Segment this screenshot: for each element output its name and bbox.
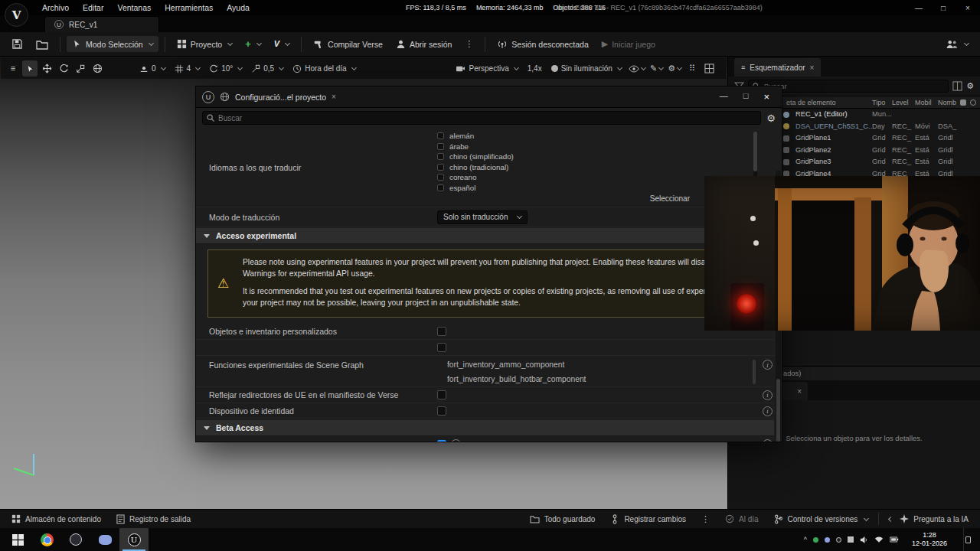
scene-graph-function-item[interactable]: fort_inventory_build_hotbar_component xyxy=(437,372,774,387)
tray-discord-icon[interactable] xyxy=(825,537,830,543)
project-dropdown[interactable]: Proyecto xyxy=(172,36,237,52)
camera-speed-button[interactable]: 1,4x xyxy=(524,64,546,73)
collaborators-dropdown[interactable] xyxy=(940,36,974,52)
tab-esquematizador[interactable]: ≡ Esquematizador × xyxy=(734,58,821,77)
column-item-label[interactable]: eta de elemento xyxy=(786,99,836,106)
tray-expand-icon[interactable]: ^ xyxy=(804,536,807,543)
checkbox[interactable] xyxy=(437,153,444,160)
viewport-options-icon[interactable]: ≡ xyxy=(5,60,21,77)
list-item[interactable]: chino (tradicional) xyxy=(437,162,757,173)
landscape-tools-dropdown[interactable]: ✎ xyxy=(648,60,665,77)
minimize-button[interactable]: — xyxy=(906,0,931,15)
dialog-titlebar[interactable]: U Configuració...el proyecto × — □ × xyxy=(196,86,782,108)
info-icon[interactable]: i xyxy=(763,390,773,400)
session-status-indicator[interactable]: Sesión desconectada xyxy=(492,36,593,52)
tray-app-icon[interactable] xyxy=(848,536,854,543)
battery-icon[interactable] xyxy=(890,536,899,543)
tray-obs-icon[interactable] xyxy=(836,537,841,543)
checkbox[interactable] xyxy=(437,390,446,399)
checkbox[interactable] xyxy=(437,343,446,352)
checkbox-checked[interactable]: ✓ xyxy=(437,440,446,442)
settings-search[interactable] xyxy=(202,111,761,125)
move-tool-icon[interactable] xyxy=(39,60,54,77)
version-control-dropdown[interactable]: Control de versiones xyxy=(769,512,874,527)
close-tab-icon[interactable]: × xyxy=(797,387,802,396)
compile-verse-button[interactable]: Compilar Verse xyxy=(308,36,388,53)
dialog-close-button[interactable]: × xyxy=(763,91,769,103)
register-changes-button[interactable]: Registrar cambios xyxy=(605,512,691,527)
statusbar-kebab-button[interactable]: ⋮ xyxy=(696,513,715,526)
chrome-taskbar-button[interactable] xyxy=(32,528,61,551)
translation-mode-dropdown[interactable]: Solo sin traducción xyxy=(437,210,528,224)
menu-editar[interactable]: Editar xyxy=(76,1,110,15)
column-nombre[interactable]: Nomb xyxy=(938,99,956,106)
notification-center-button[interactable] xyxy=(963,528,972,551)
discord-taskbar-button[interactable] xyxy=(90,528,119,551)
column-tipo[interactable]: Tipo xyxy=(872,99,885,106)
output-log-button[interactable]: Registro de salida xyxy=(111,512,196,527)
content-drawer-button[interactable]: Almacén de contenido xyxy=(6,512,106,526)
checkbox[interactable] xyxy=(437,132,444,139)
viewport-settings-dropdown[interactable]: ⚙ xyxy=(666,60,683,77)
unreal-logo-icon[interactable]: V xyxy=(5,3,28,27)
menu-herramientas[interactable]: Herramientas xyxy=(158,1,220,15)
obs-taskbar-button[interactable] xyxy=(61,528,90,551)
select-tool-icon[interactable] xyxy=(22,60,38,77)
saved-status-button[interactable]: Todo guardado xyxy=(524,513,601,526)
column-mobil[interactable]: Mobil xyxy=(915,99,932,106)
tray-icon-green[interactable] xyxy=(813,537,818,543)
info-icon[interactable]: i xyxy=(763,406,773,416)
maximize-button[interactable]: □ xyxy=(931,0,956,15)
checkbox[interactable] xyxy=(437,327,446,336)
dialog-maximize-button[interactable]: □ xyxy=(743,91,749,103)
rotation-snap-group[interactable]: 10° xyxy=(205,64,246,73)
checkbox[interactable] xyxy=(437,174,444,181)
ask-ai-button[interactable]: Pregunta a la IA xyxy=(884,512,974,526)
volume-icon[interactable] xyxy=(860,536,868,544)
close-button[interactable]: × xyxy=(956,0,980,15)
dialog-tab-close-icon[interactable]: × xyxy=(332,93,336,101)
save-button[interactable] xyxy=(6,35,28,53)
unreal-taskbar-button[interactable]: U xyxy=(119,528,149,551)
checkbox[interactable] xyxy=(437,406,446,416)
start-game-button[interactable]: ▶ Iniciar juego xyxy=(596,37,661,52)
show-flags-dropdown[interactable] xyxy=(627,60,647,77)
checkbox[interactable] xyxy=(437,164,444,171)
perspective-dropdown[interactable]: Perspectiva xyxy=(452,64,521,73)
layout-grid-icon[interactable]: ⠿ xyxy=(684,60,700,77)
section-beta-access[interactable]: Beta Access xyxy=(196,420,774,436)
dialog-minimize-button[interactable]: — xyxy=(720,91,728,103)
tab-rec-v1[interactable]: U REC_v1 xyxy=(44,16,159,32)
grid-snap-group[interactable]: 4 xyxy=(171,64,204,73)
settings-gear-icon[interactable]: ⚙ xyxy=(766,113,776,123)
scrollbar[interactable] xyxy=(753,360,756,384)
close-tab-icon[interactable]: × xyxy=(810,64,815,72)
taskbar-clock[interactable]: 1:28 12-01-2026 xyxy=(905,531,954,548)
column-level[interactable]: Level xyxy=(892,99,909,106)
list-item[interactable]: alemán xyxy=(437,131,757,142)
menu-ayuda[interactable]: Ayuda xyxy=(220,1,256,15)
checkbox[interactable] xyxy=(437,184,444,191)
quick-add-dropdown[interactable]: + xyxy=(240,36,266,52)
settings-search-input[interactable] xyxy=(202,111,761,125)
section-experimental-access[interactable]: Acceso experimental xyxy=(196,228,774,244)
world-coordinates-icon[interactable] xyxy=(90,60,105,77)
columns-icon[interactable] xyxy=(952,81,962,91)
scale-snap-group[interactable]: 0,5 xyxy=(247,64,287,73)
list-item[interactable]: árabe xyxy=(437,142,757,152)
import-button[interactable] xyxy=(31,36,54,53)
time-of-day-group[interactable]: Hora del día xyxy=(289,64,359,73)
select-mode-dropdown[interactable]: Modo Selección xyxy=(67,36,158,52)
column-pin-icon[interactable] xyxy=(970,99,976,106)
view-mode-dropdown[interactable]: Sin iluminación xyxy=(547,64,626,73)
rotate-tool-icon[interactable] xyxy=(56,60,71,77)
scene-graph-function-item[interactable]: fort_inventory_ammo_component xyxy=(437,357,774,372)
info-icon[interactable]: i xyxy=(763,439,773,442)
menu-archivo[interactable]: Archivo xyxy=(35,1,76,15)
quad-view-icon[interactable] xyxy=(701,60,717,77)
session-options-button[interactable]: ⋮ xyxy=(459,37,479,51)
verse-menu-button[interactable]: V xyxy=(269,37,295,51)
column-visibility-icon[interactable] xyxy=(960,99,966,106)
scale-tool-icon[interactable] xyxy=(73,60,88,77)
open-session-button[interactable]: Abrir sesión xyxy=(390,36,457,52)
